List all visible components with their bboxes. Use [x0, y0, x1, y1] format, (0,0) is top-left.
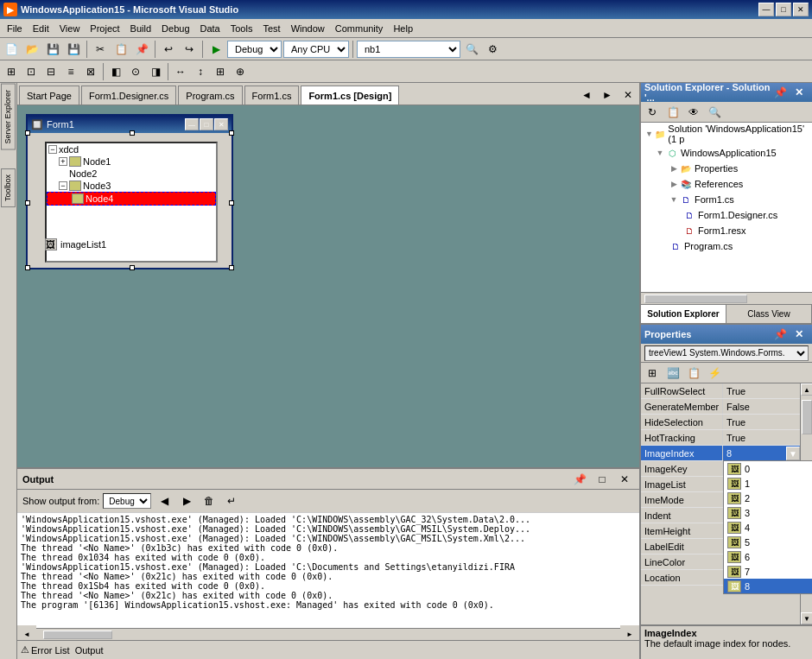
form-maximize[interactable]: □ [200, 118, 213, 130]
undo-btn[interactable]: ↩ [159, 40, 178, 59]
align-right-btn[interactable]: ◨ [146, 62, 165, 81]
prop-scroll-thumb[interactable] [802, 400, 812, 434]
se-expand-form1[interactable]: ▼ [669, 194, 679, 205]
output-wrap-btn[interactable]: ↵ [222, 491, 241, 510]
output-scrollbar-h[interactable]: ◄ ► [17, 628, 639, 640]
align-center-btn[interactable]: ⊙ [126, 62, 145, 81]
solution-explorer-tab[interactable]: Solution Explorer [641, 305, 726, 323]
se-filter-btn[interactable]: 🔍 [705, 103, 724, 122]
save-all-btn[interactable]: 💾 [64, 40, 83, 59]
handle-bm[interactable] [130, 265, 135, 270]
platform-dropdown[interactable]: Any CPU [283, 41, 349, 58]
output-pin-btn[interactable]: 📌 [570, 470, 589, 489]
prop-scroll-up[interactable]: ▲ [801, 383, 812, 396]
dropdown-item-0[interactable]: 🖼 0 [724, 461, 800, 476]
prop-close-btn[interactable]: ✕ [790, 325, 809, 344]
prop-dropdown-btn[interactable]: ▼ [786, 447, 800, 460]
layout-btn3[interactable]: ⊟ [41, 62, 60, 81]
tv-node3[interactable]: − Node3 [47, 180, 216, 192]
prop-row-hottracking[interactable]: HotTracking True [641, 430, 800, 446]
output-source-dropdown[interactable]: Debug [103, 493, 151, 509]
menu-edit[interactable]: Edit [28, 22, 54, 35]
se-node-references[interactable]: ▶ 📚 References [641, 176, 812, 192]
se-scrollbar-h[interactable] [641, 292, 812, 304]
output-nav-next[interactable]: ▶ [177, 491, 196, 510]
tab-close-btn[interactable]: ✕ [619, 86, 638, 105]
dropdown-item-6[interactable]: 🖼 6 [724, 549, 800, 564]
output-close-btn[interactable]: ✕ [615, 470, 634, 489]
tv-node2[interactable]: Node2 [47, 168, 216, 180]
window-controls[interactable]: — □ ✕ [758, 3, 809, 16]
paste-btn[interactable]: 📌 [132, 40, 151, 59]
se-expand-project[interactable]: ▼ [655, 148, 665, 158]
run-btn[interactable]: ▶ [206, 40, 225, 59]
tab-form1-designer[interactable]: Form1.Designer.cs [81, 86, 176, 105]
output-tab[interactable]: Output [75, 645, 104, 656]
prop-props-btn[interactable]: 📋 [684, 364, 703, 383]
order-btn[interactable]: ⊕ [231, 62, 250, 81]
output-float-btn[interactable]: □ [593, 470, 612, 489]
find-btn[interactable]: 🔍 [462, 40, 481, 59]
form-close[interactable]: ✕ [214, 118, 228, 130]
class-view-tab[interactable]: Class View [726, 305, 812, 323]
new-project-btn[interactable]: 📄 [2, 40, 21, 59]
prop-object-dropdown[interactable]: treeView1 System.Windows.Forms. [644, 345, 809, 361]
project-dropdown[interactable]: nb1 [357, 41, 460, 58]
se-node-properties[interactable]: ▶ 📂 Properties [641, 161, 812, 176]
redo-btn[interactable]: ↪ [180, 40, 199, 59]
prop-scroll-down[interactable]: ▼ [801, 612, 812, 624]
dropdown-item-8[interactable]: 🖼 8 [724, 579, 800, 593]
dropdown-item-3[interactable]: 🖼 3 [724, 505, 800, 520]
error-list-tab[interactable]: ⚠ Error List [21, 644, 70, 656]
menu-file[interactable]: File [2, 22, 28, 35]
size-btn2[interactable]: ↕ [191, 62, 210, 81]
menu-project[interactable]: Project [85, 22, 124, 35]
dropdown-item-2[interactable]: 🖼 2 [724, 491, 800, 505]
tv-expand-node1[interactable]: + [59, 157, 67, 166]
server-explorer-tab[interactable]: Server Explorer [1, 84, 16, 150]
scroll-track-h[interactable] [40, 630, 617, 639]
se-node-form1[interactable]: ▼ 🗋 Form1.cs [641, 192, 812, 207]
tv-node1[interactable]: + Node1 [47, 155, 216, 168]
prop-events-btn[interactable]: ⚡ [705, 364, 724, 383]
maximize-button[interactable]: □ [776, 3, 791, 16]
prop-categorized-btn[interactable]: ⊞ [643, 364, 662, 383]
prop-pin-btn[interactable]: 📌 [771, 325, 790, 344]
tv-node4[interactable]: Node4 [47, 192, 216, 206]
tab-scroll-left[interactable]: ◄ [577, 86, 596, 105]
form-minimize[interactable]: — [185, 118, 199, 130]
dropdown-item-7[interactable]: 🖼 7 [724, 564, 800, 579]
menu-debug[interactable]: Debug [156, 22, 194, 35]
handle-br[interactable] [229, 265, 234, 270]
prop-row-fullrowselect[interactable]: FullRowSelect True [641, 383, 800, 399]
handle-tl[interactable] [25, 130, 30, 136]
handle-tm[interactable] [130, 130, 135, 136]
layout-btn2[interactable]: ⊡ [22, 62, 41, 81]
menu-window[interactable]: Window [286, 22, 330, 35]
handle-bl[interactable] [25, 265, 30, 270]
se-expand-properties[interactable]: ▶ [669, 163, 679, 174]
settings-btn[interactable]: ⚙ [483, 40, 502, 59]
copy-btn[interactable]: 📋 [111, 40, 130, 59]
tab-program[interactable]: Program.cs [178, 86, 242, 105]
dropdown-item-4[interactable]: 🖼 4 [724, 520, 800, 535]
menu-build[interactable]: Build [125, 22, 156, 35]
se-node-form1-resx[interactable]: 🗋 Form1.resx [641, 223, 812, 238]
prop-alpha-btn[interactable]: 🔤 [663, 364, 682, 383]
close-button[interactable]: ✕ [793, 3, 809, 16]
scroll-thumb-h[interactable] [43, 630, 112, 639]
layout-btn1[interactable]: ⊞ [2, 62, 21, 81]
debug-mode-dropdown[interactable]: Debug [227, 41, 282, 58]
menu-help[interactable]: Help [388, 22, 418, 35]
se-node-program[interactable]: 🗋 Program.cs [641, 238, 812, 254]
se-expand-references[interactable]: ▶ [669, 179, 679, 189]
prop-value-fullrowselect[interactable]: True [723, 383, 800, 398]
menu-data[interactable]: Data [195, 22, 225, 35]
size-btn1[interactable]: ↔ [171, 62, 190, 81]
tv-expand-xdcd[interactable]: − [48, 145, 57, 154]
tab-form1-cs[interactable]: Form1.cs [244, 86, 300, 105]
handle-tr[interactable] [229, 130, 234, 136]
prop-row-imageindex[interactable]: ImageIndex 8 ▼ [641, 446, 800, 461]
se-pin-btn[interactable]: 📌 [771, 83, 790, 102]
prop-value-hottracking[interactable]: True [723, 430, 800, 445]
